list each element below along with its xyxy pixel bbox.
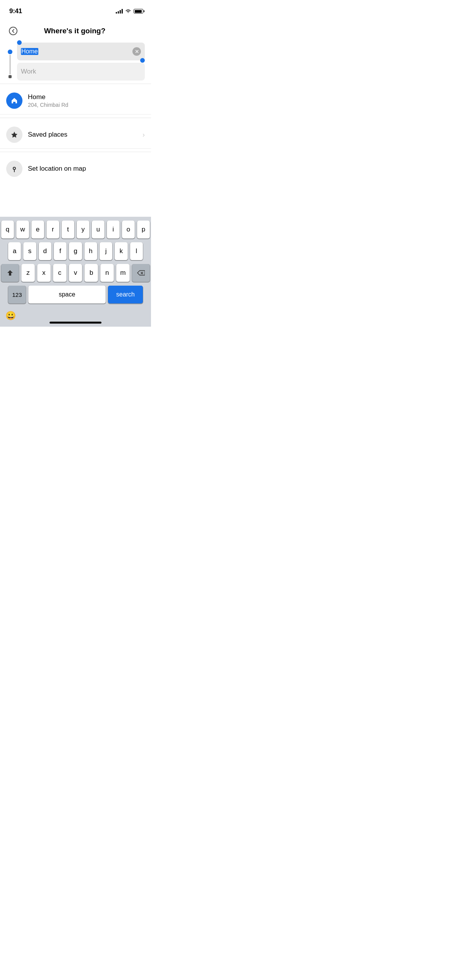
delete-key[interactable]: [132, 264, 150, 282]
search-key[interactable]: search: [108, 286, 143, 303]
suggestions-list: Home 204, Chimbai Rd Saved places › Set …: [0, 84, 151, 182]
key-t[interactable]: t: [62, 221, 74, 238]
search-section: Home ✕ Work: [0, 43, 151, 81]
key-s[interactable]: s: [23, 242, 36, 260]
saved-places-text: Saved places: [28, 131, 137, 139]
saved-places-title: Saved places: [28, 131, 137, 139]
set-location-text: Set location on map: [28, 165, 145, 173]
origin-dot: [8, 50, 12, 54]
key-i[interactable]: i: [107, 221, 120, 238]
numbers-key[interactable]: 123: [8, 286, 26, 303]
keyboard-row-2: a s d f g h j k l: [1, 242, 150, 260]
page-title: Where's it going?: [22, 27, 128, 35]
key-x[interactable]: x: [37, 264, 51, 282]
keyboard-row-4: 123 space search: [1, 286, 150, 303]
key-u[interactable]: u: [92, 221, 105, 238]
key-a[interactable]: a: [8, 242, 21, 260]
keyboard: q w e r t y u i o p a s d f g h j k l z …: [0, 217, 151, 327]
key-p[interactable]: p: [137, 221, 150, 238]
destination-placeholder: Work: [21, 68, 141, 75]
cursor-handle-bottom: [140, 58, 145, 63]
key-m[interactable]: m: [116, 264, 130, 282]
status-bar: 9:41: [0, 0, 151, 19]
key-d[interactable]: d: [39, 242, 51, 260]
key-g[interactable]: g: [69, 242, 82, 260]
chevron-right-icon: ›: [142, 131, 145, 139]
svg-point-1: [14, 168, 15, 169]
saved-places-icon: [6, 127, 22, 143]
home-suggestion-subtitle: 204, Chimbai Rd: [28, 102, 145, 108]
set-location-icon: [6, 161, 22, 177]
clear-icon: ✕: [135, 49, 139, 54]
battery-icon: [134, 9, 143, 14]
destination-dot: [9, 75, 12, 78]
cursor-handle-top: [17, 40, 22, 45]
status-icons: [116, 9, 143, 14]
home-suggestion-title: Home: [28, 93, 145, 101]
home-indicator: [50, 322, 101, 324]
route-line: [10, 55, 10, 74]
suggestion-saved-places[interactable]: Saved places ›: [0, 121, 151, 149]
key-c[interactable]: c: [53, 264, 67, 282]
divider-2: [0, 152, 151, 152]
key-e[interactable]: e: [31, 221, 44, 238]
key-r[interactable]: r: [46, 221, 59, 238]
space-key[interactable]: space: [28, 286, 106, 303]
key-q[interactable]: q: [1, 221, 14, 238]
divider-top: [0, 84, 151, 84]
origin-input-value: Home: [21, 48, 38, 55]
emoji-button[interactable]: 😀: [3, 309, 17, 323]
back-arrow-icon: [9, 27, 17, 35]
header: Where's it going?: [0, 19, 151, 43]
back-button[interactable]: [5, 22, 22, 39]
status-time: 9:41: [9, 7, 22, 15]
signal-icon: [116, 9, 123, 14]
key-h[interactable]: h: [84, 242, 97, 260]
suggestion-set-location[interactable]: Set location on map: [0, 155, 151, 182]
key-f[interactable]: f: [54, 242, 67, 260]
key-n[interactable]: n: [100, 264, 114, 282]
suggestion-home[interactable]: Home 204, Chimbai Rd: [0, 87, 151, 115]
origin-input-wrap[interactable]: Home ✕: [17, 43, 145, 60]
home-suggestion-text: Home 204, Chimbai Rd: [28, 93, 145, 108]
key-y[interactable]: y: [77, 221, 89, 238]
keyboard-row-1: q w e r t y u i o p: [1, 221, 150, 238]
destination-input-wrap[interactable]: Work: [17, 63, 145, 81]
home-suggestion-icon: [6, 93, 22, 109]
key-z[interactable]: z: [21, 264, 35, 282]
wifi-icon: [125, 9, 131, 14]
key-l[interactable]: l: [130, 242, 143, 260]
key-w[interactable]: w: [16, 221, 29, 238]
keyboard-row-3: z x c v b n m: [1, 264, 150, 282]
clear-button[interactable]: ✕: [132, 47, 141, 56]
set-location-title: Set location on map: [28, 165, 145, 173]
search-fields: Home ✕ Work: [17, 43, 145, 81]
route-indicator: [6, 43, 14, 78]
key-b[interactable]: b: [84, 264, 98, 282]
key-j[interactable]: j: [100, 242, 112, 260]
shift-key[interactable]: [1, 264, 19, 282]
key-v[interactable]: v: [69, 264, 82, 282]
key-o[interactable]: o: [122, 221, 135, 238]
divider-1: [0, 118, 151, 118]
key-k[interactable]: k: [115, 242, 127, 260]
